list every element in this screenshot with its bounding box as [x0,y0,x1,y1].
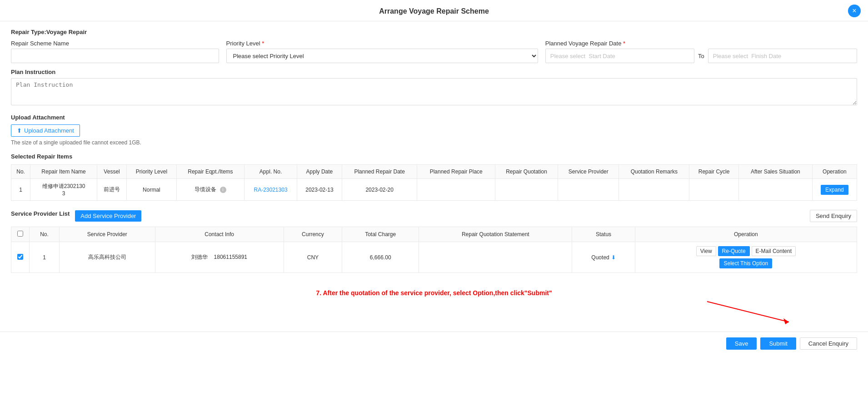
add-service-provider-button[interactable]: Add Service Provider [75,210,141,222]
col-service-provider: Service Provider [558,165,619,179]
date-group: Planned Voyage Repair Date * To [545,40,857,63]
cell-repair-cycle [689,179,739,201]
planned-date-label: Planned Voyage Repair Date * [545,40,857,47]
cell-service-provider [558,179,619,201]
save-button[interactable]: Save [726,337,757,350]
cell-quotation-statement [419,242,572,273]
cell-checkbox [11,242,30,273]
select-this-option-button[interactable]: Select This Option [719,258,772,268]
close-button[interactable]: × [848,5,861,17]
col-repair-quotation: Repair Quotation [495,165,558,179]
expand-button[interactable]: Expand [821,185,848,195]
cell-status: Quoted ⬇ [572,242,635,273]
arrow-container [11,299,857,324]
cell-no: 1 [11,179,30,201]
col-sp-no: No. [30,227,60,242]
annotation-section: 7. After the quotation of the service pr… [11,282,857,324]
repair-items-table: No. Repair Item Name Vessel Priority Lev… [11,164,857,201]
col-appl-no: Appl. No. [244,165,297,179]
priority-group: Priority Level * Please select Priority … [226,40,538,63]
red-arrow-icon [703,299,793,324]
upload-button[interactable]: ⬆ Upload Attachment [11,124,80,137]
cell-appl-no: RA-23021303 [244,179,297,201]
row-checkbox[interactable] [17,254,23,260]
op-row-2: Select This Option [638,257,854,269]
info-icon[interactable]: i [220,187,226,193]
col-sp-name: Service Provider [60,227,155,242]
cancel-enquiry-button[interactable]: Cancel Enquiry [800,337,857,350]
plan-instruction-section: Plan Instruction [11,69,857,107]
view-button[interactable]: View [696,246,716,256]
col-checkbox [11,227,30,242]
repair-items-section: Selected Repair Items No. Repair Item Na… [11,153,857,201]
requote-button[interactable]: Re-Quote [718,246,750,256]
table-row: 1 维修申请23021303 前进号 Normal 导缆设备 i RA-2302… [11,179,857,201]
plan-instruction-label: Plan Instruction [11,69,857,75]
cell-planned-repair-date: 2023-02-20 [342,179,417,201]
svg-line-0 [707,302,789,322]
repair-items-title: Selected Repair Items [11,153,857,160]
col-repair-eqpt: Repair Eqpt./Items [176,165,244,179]
finish-date-input[interactable] [708,49,857,63]
service-provider-header: Service Provider List Add Service Provid… [11,210,857,222]
cell-planned-repair-place [417,179,495,201]
email-content-button[interactable]: E-Mail Content [752,246,796,256]
col-quotation-remarks: Quotation Remarks [619,165,689,179]
col-sp-operation: Operation [635,227,857,242]
repair-items-header-row: No. Repair Item Name Vessel Priority Lev… [11,165,857,179]
service-provider-table: No. Service Provider Contact Info Curren… [11,227,857,273]
priority-label: Priority Level * [226,40,538,47]
col-repair-cycle: Repair Cycle [689,165,739,179]
priority-select[interactable]: Please select Priority Level [226,49,538,63]
cell-after-sales [738,179,812,201]
col-currency: Currency [284,227,342,242]
modal-header: Arrange Voyage Repair Scheme × [0,0,868,21]
col-operation: Operation [812,165,857,179]
upload-title: Upload Attachment [11,114,857,121]
service-provider-list-label: Service Provider List [11,210,70,217]
sp-header-row: No. Service Provider Contact Info Curren… [11,227,857,242]
cell-priority-level: Normal [127,179,177,201]
cell-sp-operation: View Re-Quote E-Mail Content Select This… [635,242,857,273]
repair-type-label: Repair Type:Voyage Repair [11,29,857,35]
modal-container: Arrange Voyage Repair Scheme × Repair Ty… [0,0,868,396]
appl-no-link[interactable]: RA-23021303 [254,187,288,193]
cell-total-charge: 6,666.00 [342,242,419,273]
cell-vessel: 前进号 [97,179,126,201]
col-repair-quotation-statement: Repair Quotation Statement [419,227,572,242]
service-provider-left: Service Provider List Add Service Provid… [11,210,141,222]
col-after-sales: After Sales Situation [738,165,812,179]
cell-quotation-remarks [619,179,689,201]
cell-currency: CNY [284,242,342,273]
col-repair-item-name: Repair Item Name [30,165,97,179]
list-item: 1 高乐高科技公司 刘德华 18061155891 CNY 6,666.00 Q… [11,242,857,273]
modal-title: Arrange Voyage Repair Scheme [379,7,489,15]
submit-button[interactable]: Submit [760,337,796,350]
upload-hint: The size of a single uploaded file canno… [11,139,857,146]
scheme-name-input[interactable] [11,49,219,63]
col-planned-repair-date: Planned Repair Date [342,165,417,179]
send-enquiry-button[interactable]: Send Enquiry [810,210,857,222]
to-label: To [698,53,704,59]
cell-sp-name: 高乐高科技公司 [60,242,155,273]
date-row: To [545,49,857,63]
upload-section: Upload Attachment ⬆ Upload Attachment Th… [11,114,857,146]
plan-instruction-textarea[interactable] [11,78,857,105]
scheme-name-group: Repair Scheme Name [11,40,219,63]
select-all-checkbox[interactable] [17,231,23,237]
start-date-input[interactable] [545,49,694,63]
col-planned-repair-place: Planned Repair Place [417,165,495,179]
upload-icon: ⬆ [17,127,22,134]
cell-apply-date: 2023-02-13 [297,179,342,201]
col-total-charge: Total Charge [342,227,419,242]
col-status: Status [572,227,635,242]
cell-contact-info: 刘德华 18061155891 [155,242,284,273]
svg-marker-1 [783,318,789,324]
service-provider-section: Service Provider List Add Service Provid… [11,210,857,273]
status-quoted: Quoted ⬇ [591,254,615,261]
download-icon[interactable]: ⬇ [611,254,616,261]
cell-repair-item-name: 维修申请23021303 [30,179,97,201]
cell-operation: Expand [812,179,857,201]
op-row-1: View Re-Quote E-Mail Content [638,246,854,257]
cell-repair-quotation [495,179,558,201]
